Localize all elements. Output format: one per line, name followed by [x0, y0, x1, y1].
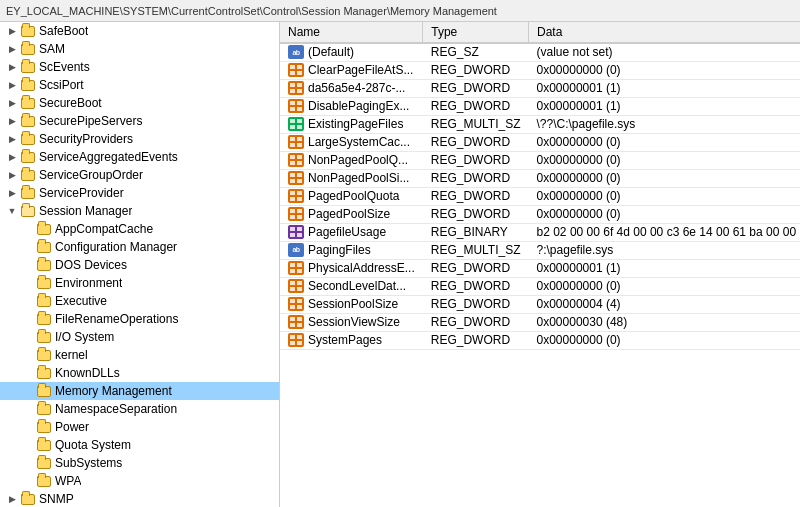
- table-row[interactable]: SessionViewSizeREG_DWORD0x00000030 (48): [280, 313, 800, 331]
- tree-item-executive[interactable]: Executive: [0, 292, 279, 310]
- expander-scsiPort[interactable]: ▶: [4, 80, 20, 90]
- tree-label-securePipeServers: SecurePipeServers: [39, 114, 142, 128]
- tree-item-sessionManager[interactable]: ▼Session Manager: [0, 202, 279, 220]
- table-row[interactable]: PagefileUsageREG_BINARYb2 02 00 00 6f 4d…: [280, 223, 800, 241]
- expander-safeBoot[interactable]: ▶: [4, 26, 20, 36]
- col-type[interactable]: Type: [423, 22, 529, 43]
- value-icon-11: ab: [288, 243, 304, 257]
- svg-rect-22: [290, 161, 295, 165]
- tree-item-sam[interactable]: ▶SAM: [0, 40, 279, 58]
- tree-item-kernel[interactable]: kernel: [0, 346, 279, 364]
- table-row[interactable]: PagedPoolSizeREG_DWORD0x00000000 (0): [280, 205, 800, 223]
- value-icon-14: [288, 297, 304, 311]
- tree-item-knownDLLs[interactable]: KnownDLLs: [0, 364, 279, 382]
- table-row[interactable]: NonPagedPoolSi...REG_DWORD0x00000000 (0): [280, 169, 800, 187]
- cell-name-10: PagefileUsage: [280, 224, 423, 240]
- tree-item-snmp[interactable]: ▶SNMP: [0, 490, 279, 507]
- tree-label-environment: Environment: [55, 276, 122, 290]
- svg-rect-37: [297, 227, 302, 231]
- cell-data-14: 0x00000004 (4): [529, 295, 800, 313]
- table-row[interactable]: ab(Default)REG_SZ(value not set): [280, 43, 800, 61]
- cell-name-8: PagedPoolQuota: [280, 188, 423, 204]
- table-row[interactable]: SecondLevelDat...REG_DWORD0x00000000 (0): [280, 277, 800, 295]
- tree-item-securityProviders[interactable]: ▶SecurityProviders: [0, 130, 279, 148]
- tree-item-subSystems[interactable]: SubSystems: [0, 454, 279, 472]
- tree-item-ioSystem[interactable]: I/O System: [0, 328, 279, 346]
- tree-item-serviceAggregatedEvents[interactable]: ▶ServiceAggregatedEvents: [0, 148, 279, 166]
- cell-name-13: SecondLevelDat...: [280, 278, 423, 294]
- svg-rect-20: [290, 155, 295, 159]
- svg-rect-0: [290, 65, 295, 69]
- tree-item-safeBoot[interactable]: ▶SafeBoot: [0, 22, 279, 40]
- cell-data-4: \??\C:\pagefile.sys: [529, 115, 800, 133]
- expander-scEvents[interactable]: ▶: [4, 62, 20, 72]
- svg-rect-55: [297, 323, 302, 327]
- svg-rect-14: [290, 125, 295, 129]
- tree-label-ioSystem: I/O System: [55, 330, 114, 344]
- table-row[interactable]: PagedPoolQuotaREG_DWORD0x00000000 (0): [280, 187, 800, 205]
- name-text-5: LargeSystemCac...: [308, 135, 410, 149]
- tree-item-fileRenameOperations[interactable]: FileRenameOperations: [0, 310, 279, 328]
- tree-item-secureBoot[interactable]: ▶SecureBoot: [0, 94, 279, 112]
- expander-serviceProvider[interactable]: ▶: [4, 188, 20, 198]
- expander-sam[interactable]: ▶: [4, 44, 20, 54]
- folder-icon-configurationManager: [36, 240, 52, 254]
- svg-rect-48: [290, 299, 295, 303]
- tree-item-configurationManager[interactable]: Configuration Manager: [0, 238, 279, 256]
- name-text-9: PagedPoolSize: [308, 207, 390, 221]
- tree-item-namespaceSeparation[interactable]: NamespaceSeparation: [0, 400, 279, 418]
- value-icon-2: [288, 81, 304, 95]
- table-row[interactable]: abPagingFilesREG_MULTI_SZ?:\pagefile.sys: [280, 241, 800, 259]
- expander-snmp[interactable]: ▶: [4, 494, 20, 504]
- table-row[interactable]: ExistingPageFilesREG_MULTI_SZ\??\C:\page…: [280, 115, 800, 133]
- table-row[interactable]: DisablePagingEx...REG_DWORD0x00000001 (1…: [280, 97, 800, 115]
- table-row[interactable]: SessionPoolSizeREG_DWORD0x00000004 (4): [280, 295, 800, 313]
- expander-sessionManager[interactable]: ▼: [4, 206, 20, 216]
- tree-item-scsiPort[interactable]: ▶ScsiPort: [0, 76, 279, 94]
- svg-rect-9: [297, 101, 302, 105]
- table-row[interactable]: PhysicalAddressE...REG_DWORD0x00000001 (…: [280, 259, 800, 277]
- svg-rect-47: [297, 287, 302, 291]
- svg-rect-56: [290, 335, 295, 339]
- tree-item-power[interactable]: Power: [0, 418, 279, 436]
- folder-icon-power: [36, 420, 52, 434]
- expander-securityProviders[interactable]: ▶: [4, 134, 20, 144]
- tree-item-scEvents[interactable]: ▶ScEvents: [0, 58, 279, 76]
- svg-rect-2: [290, 71, 295, 75]
- folder-icon-serviceProvider: [20, 186, 36, 200]
- tree-item-memoryManagement[interactable]: Memory Management: [0, 382, 279, 400]
- tree-item-securePipeServers[interactable]: ▶SecurePipeServers: [0, 112, 279, 130]
- table-row[interactable]: ClearPageFileAtS...REG_DWORD0x00000000 (…: [280, 61, 800, 79]
- tree-item-wpa[interactable]: WPA: [0, 472, 279, 490]
- folder-icon-kernel: [36, 348, 52, 362]
- table-row[interactable]: da56a5e4-287c-...REG_DWORD0x00000001 (1): [280, 79, 800, 97]
- tree-item-quotaSystem[interactable]: Quota System: [0, 436, 279, 454]
- expander-serviceAggregatedEvents[interactable]: ▶: [4, 152, 20, 162]
- table-row[interactable]: LargeSystemCac...REG_DWORD0x00000000 (0): [280, 133, 800, 151]
- table-row[interactable]: SystemPagesREG_DWORD0x00000000 (0): [280, 331, 800, 349]
- expander-serviceGroupOrder[interactable]: ▶: [4, 170, 20, 180]
- value-icon-7: [288, 171, 304, 185]
- expander-securePipeServers[interactable]: ▶: [4, 116, 20, 126]
- expander-secureBoot[interactable]: ▶: [4, 98, 20, 108]
- cell-type-14: REG_DWORD: [423, 295, 529, 313]
- cell-name-7: NonPagedPoolSi...: [280, 170, 423, 186]
- cell-data-5: 0x00000000 (0): [529, 133, 800, 151]
- col-data[interactable]: Data: [529, 22, 800, 43]
- tree-item-environment[interactable]: Environment: [0, 274, 279, 292]
- cell-name-14: SessionPoolSize: [280, 296, 423, 312]
- folder-icon-subSystems: [36, 456, 52, 470]
- cell-type-10: REG_BINARY: [423, 223, 529, 241]
- col-name[interactable]: Name: [280, 22, 423, 43]
- table-row[interactable]: NonPagedPoolQ...REG_DWORD0x00000000 (0): [280, 151, 800, 169]
- cell-data-12: 0x00000001 (1): [529, 259, 800, 277]
- tree-label-configurationManager: Configuration Manager: [55, 240, 177, 254]
- tree-item-serviceProvider[interactable]: ▶ServiceProvider: [0, 184, 279, 202]
- svg-rect-11: [297, 107, 302, 111]
- tree-item-serviceGroupOrder[interactable]: ▶ServiceGroupOrder: [0, 166, 279, 184]
- name-text-8: PagedPoolQuota: [308, 189, 399, 203]
- svg-rect-40: [290, 263, 295, 267]
- tree-item-appCompatCache[interactable]: AppCompatCache: [0, 220, 279, 238]
- tree-item-dosDevices[interactable]: DOS Devices: [0, 256, 279, 274]
- cell-data-3: 0x00000001 (1): [529, 97, 800, 115]
